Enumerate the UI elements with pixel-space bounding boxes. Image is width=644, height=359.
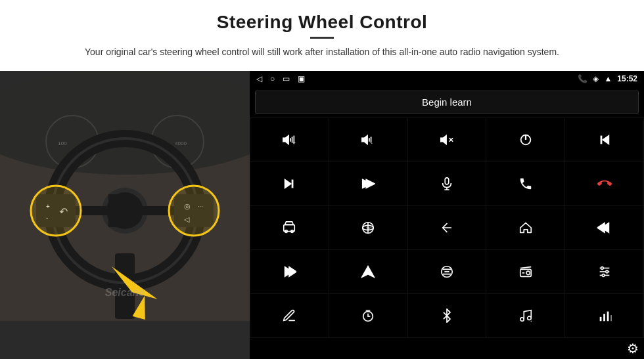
vol-mute-button[interactable]	[408, 118, 486, 161]
svg-marker-33	[362, 136, 367, 144]
svg-marker-27	[283, 136, 288, 144]
header-section: Steering Wheel Control Your original car…	[0, 0, 644, 66]
phone-button[interactable]	[486, 162, 564, 205]
svg-point-69	[526, 271, 530, 275]
back-arrow-icon[interactable]: ◁	[256, 74, 262, 83]
svg-text:-: -	[371, 140, 373, 146]
page-title: Steering Wheel Control	[26, 12, 618, 33]
svg-rect-87	[607, 312, 609, 322]
phone-status-icon: 📞	[578, 74, 587, 83]
signal-icon: ▣	[298, 74, 305, 83]
svg-rect-45	[292, 180, 294, 188]
svg-rect-86	[603, 314, 605, 321]
begin-learn-button[interactable]: Begin learn	[255, 91, 639, 114]
svg-point-77	[602, 274, 605, 277]
svg-rect-88	[610, 315, 612, 321]
prev-track-button[interactable]	[565, 118, 643, 161]
svg-point-75	[601, 267, 603, 270]
back-button[interactable]	[408, 206, 486, 249]
vol-down-button[interactable]: -	[329, 118, 407, 161]
svg-marker-63	[362, 266, 374, 278]
settings-row: ⚙	[250, 338, 644, 359]
icons-grid: + -	[250, 117, 644, 338]
wifi-icon: ▲	[604, 74, 612, 83]
car-button[interactable]	[250, 206, 329, 249]
svg-marker-44	[285, 180, 291, 188]
home-circle-icon[interactable]: ○	[270, 74, 275, 83]
svg-text:4000: 4000	[175, 140, 187, 146]
edit-button[interactable]	[250, 294, 329, 337]
svg-point-24	[169, 186, 219, 236]
nav-button[interactable]	[329, 250, 407, 293]
timer-button[interactable]	[329, 294, 407, 337]
svg-point-82	[520, 318, 524, 322]
home-button[interactable]	[486, 206, 564, 249]
status-right: 📞 ◈ ▲ 15:52	[578, 74, 637, 83]
subtitle: Your original car's steering wheel contr…	[66, 45, 578, 59]
view360-button[interactable]: 360°	[329, 206, 407, 249]
skip-back-button[interactable]	[565, 206, 643, 249]
vol-up-button[interactable]: +	[250, 118, 329, 161]
hang-up-button[interactable]	[565, 162, 643, 205]
bars-button[interactable]	[565, 294, 643, 337]
svg-marker-60	[597, 223, 605, 233]
power-button[interactable]	[486, 118, 564, 161]
mic-button[interactable]	[408, 162, 486, 205]
svg-marker-42	[603, 136, 609, 144]
svg-point-76	[605, 270, 608, 273]
svg-rect-43	[600, 136, 602, 144]
status-left: ◁ ○ ▭ ▣	[256, 74, 305, 83]
svg-line-71	[520, 267, 532, 268]
status-time: 15:52	[617, 74, 637, 83]
page-container: Steering Wheel Control Your original car…	[0, 0, 644, 359]
status-bar: ◁ ○ ▭ ▣ 📞 ◈ ▲ 15:52	[250, 71, 644, 87]
svg-rect-48	[445, 178, 449, 184]
sliders-button[interactable]	[565, 250, 643, 293]
svg-text:100: 100	[58, 140, 67, 146]
fast-fwd-button[interactable]	[250, 250, 329, 293]
svg-point-23	[31, 186, 81, 236]
begin-learn-row: Begin learn	[250, 87, 644, 117]
square-icon[interactable]: ▭	[283, 74, 290, 83]
svg-text:+: +	[293, 140, 296, 146]
settings-gear-button[interactable]: ⚙	[627, 341, 639, 356]
svg-marker-37	[441, 136, 446, 144]
svg-rect-85	[599, 317, 601, 321]
svg-marker-52	[285, 222, 294, 225]
svg-marker-47	[366, 180, 375, 188]
music-button[interactable]: ♩	[486, 294, 564, 337]
bluetooth-button[interactable]	[408, 294, 486, 337]
svg-text:♩: ♩	[530, 318, 532, 322]
svg-point-1	[0, 71, 250, 175]
next-track-button[interactable]	[250, 162, 329, 205]
title-divider	[310, 37, 334, 39]
content-area: 100 4000 ● + - ↶	[0, 71, 644, 359]
radio-button[interactable]	[486, 250, 564, 293]
svg-marker-62	[289, 267, 296, 277]
svg-text:360°: 360°	[366, 227, 373, 230]
location-icon: ◈	[593, 74, 599, 83]
shuffle-button[interactable]	[329, 162, 407, 205]
android-panel: ◁ ○ ▭ ▣ 📞 ◈ ▲ 15:52 Begin learn	[250, 71, 644, 359]
svg-text:Seicane: Seicane	[105, 287, 145, 298]
equalizer-button[interactable]	[408, 250, 486, 293]
steering-wheel-area: 100 4000 ● + - ↶	[0, 71, 250, 359]
